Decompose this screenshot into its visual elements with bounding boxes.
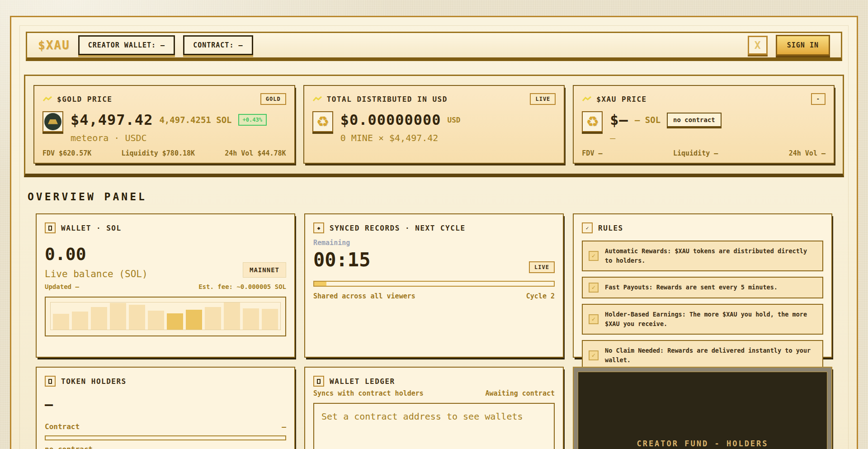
spark-bar: [243, 308, 259, 330]
creator-fund-title: CREATOR FUND - HOLDERS: [637, 439, 768, 448]
wallet-meta-row: Updated – Est. fee: ~0.000005 SOL: [45, 283, 286, 290]
contract-value: –: [282, 422, 286, 431]
ledger-icon: [313, 376, 324, 387]
recycle-icon: ♻: [586, 114, 599, 129]
app-logo: $XAU: [38, 38, 70, 52]
card-title: RULES: [598, 224, 623, 232]
cycle-timer: 00:15: [313, 249, 555, 271]
xau-price-card: $XAU PRICE - ♻ $– – SOL no contract – FD…: [573, 85, 835, 164]
holders-count: –: [45, 397, 286, 412]
xau-token-icon: ♻: [582, 111, 603, 132]
wallet-ledger-card: WALLET LEDGER Syncs with contract holder…: [304, 367, 564, 449]
rule-text: No Claim Needed: Rewards are delivered i…: [605, 346, 816, 365]
mainnet-badge: MAINNET: [243, 262, 286, 278]
price-strip: $GOLD PRICE GOLD $4,497.42 4,497.4251 SO…: [24, 75, 844, 177]
rule-checkbox-icon: ✓: [589, 251, 599, 261]
mine-calc-label: 0 MINE × $4,497.42: [340, 132, 461, 143]
spark-bar: [53, 314, 69, 330]
rule-text: Holder-Based Earnings: The more $XAU you…: [605, 310, 816, 329]
wallet-card: WALLET · SOL 0.00 Live balance (SOL) MAI…: [36, 213, 295, 358]
overview-grid: WALLET · SOL 0.00 Live balance (SOL) MAI…: [36, 213, 832, 449]
price-main: $4,497.42 4,497.4251 SOL +0.43%: [71, 111, 267, 128]
rules-card: ✓ RULES ✓Automatic Rewards: $XAU tokens …: [573, 213, 832, 358]
card-title: $GOLD PRICE: [57, 95, 112, 104]
x-icon: X: [755, 39, 761, 51]
card-header: WALLET LEDGER: [313, 376, 555, 387]
distributed-token-icon: ♻: [312, 111, 333, 132]
card-header: $GOLD PRICE GOLD: [42, 93, 286, 105]
sparkline-frame: [45, 297, 286, 336]
wallet-balance: 0.00: [45, 244, 286, 264]
gold-price-card: $GOLD PRICE GOLD $4,497.42 4,497.4251 SO…: [33, 85, 295, 164]
xau-price-sol: – SOL: [635, 115, 660, 125]
xau-price-value: $–: [610, 111, 628, 128]
rule-checkbox-icon: ✓: [589, 314, 599, 324]
gold-badge: GOLD: [260, 93, 286, 105]
pair-label: –: [610, 132, 721, 143]
fdv-stat: FDV –: [582, 149, 602, 157]
card-title: WALLET · SOL: [61, 224, 122, 232]
wallet-spark-bars: [50, 302, 281, 330]
card-header: TOKEN HOLDERS: [45, 376, 286, 387]
fee-label: Est. fee: ~0.000005 SOL: [198, 283, 286, 290]
updated-label: Updated –: [45, 283, 79, 290]
creator-fund-card: CREATOR FUND - HOLDERS: [573, 367, 832, 449]
remaining-label: Remaining: [313, 239, 555, 247]
distributed-unit: USD: [448, 116, 461, 124]
ledger-list-box: Set a contract address to see wallets: [313, 403, 555, 449]
coin-circle-icon: [44, 113, 61, 130]
shared-label: Shared across all viewers: [313, 292, 415, 300]
live-badge: LIVE: [529, 261, 555, 273]
card-header: ✓ RULES: [582, 222, 823, 233]
card-footer: FDV $620.57K Liquidity $780.18K 24h Vol …: [42, 149, 286, 157]
total-distributed-card: TOTAL DISTRIBUTED IN USD LIVE ♻ $0.00000…: [303, 85, 565, 164]
no-contract-value: –: [282, 445, 286, 449]
spark-bar: [224, 302, 240, 330]
synced-records-card: ◆ SYNCED RECORDS · NEXT CYCLE Remaining …: [304, 213, 564, 358]
diamond-icon: ◆: [313, 222, 324, 233]
creator-wallet-button[interactable]: CREATOR WALLET: –: [78, 35, 175, 55]
card-header: $XAU PRICE -: [582, 93, 826, 105]
rule-text: Automatic Rewards: $XAU tokens are distr…: [605, 246, 816, 265]
no-contract-chip: no contract: [667, 113, 722, 127]
contract-label: Contract: [45, 422, 80, 431]
awaiting-label: Awaiting contract: [485, 389, 555, 397]
gold-ingot-icon: [48, 119, 58, 124]
spark-bar: [205, 307, 221, 330]
price-row: ♻ $– – SOL no contract –: [582, 111, 826, 143]
card-title: TOKEN HOLDERS: [61, 377, 127, 386]
spark-bar: [129, 305, 145, 330]
ledger-empty-message: Set a contract address to see wallets: [321, 411, 547, 422]
pair-label: meteora · USDC: [71, 132, 267, 143]
spark-bar: [110, 303, 126, 330]
sign-in-button[interactable]: SIGN IN: [776, 35, 830, 56]
ledger-subheader: Syncs with contract holders Awaiting con…: [313, 389, 555, 397]
card-title: SYNCED RECORDS · NEXT CYCLE: [330, 224, 466, 232]
gold-price-sol: 4,497.4251 SOL: [159, 115, 231, 125]
recycle-icon: ♻: [316, 114, 329, 129]
cycle-progress-fill: [314, 282, 326, 286]
header-bar: $XAU CREATOR WALLET: – CONTRACT: – X SIG…: [26, 32, 842, 61]
rule-text: Fast Payouts: Rewards are sent every 5 m…: [605, 283, 778, 292]
x-social-button[interactable]: X: [748, 36, 768, 55]
token-holders-card: TOKEN HOLDERS – Contract – no contract –: [36, 367, 295, 449]
overview-heading: OVERVIEW PANEL: [28, 191, 841, 203]
rule-item: ✓Holder-Based Earnings: The more $XAU yo…: [582, 304, 823, 335]
spark-bar: [167, 313, 183, 330]
spark-bar: [148, 311, 164, 330]
card-title: WALLET LEDGER: [330, 377, 395, 386]
spark-bar: [186, 310, 202, 330]
cycle-label: Cycle 2: [526, 292, 555, 300]
liquidity-stat: Liquidity –: [673, 149, 718, 157]
rule-item: ✓Fast Payouts: Rewards are sent every 5 …: [582, 277, 823, 298]
rule-checkbox-icon: ✓: [589, 350, 599, 360]
price-row: ♻ $0.00000000 USD 0 MINE × $4,497.42: [312, 111, 556, 143]
rules-list: ✓Automatic Rewards: $XAU tokens are dist…: [582, 241, 823, 371]
gold-token-icon: [42, 111, 63, 132]
card-title: $XAU PRICE: [596, 95, 646, 104]
holders-icon: [45, 376, 56, 387]
sync-footer: Shared across all viewers Cycle 2: [313, 292, 555, 300]
price-text-column: $– – SOL no contract –: [610, 111, 721, 143]
contract-button[interactable]: CONTRACT: –: [183, 35, 253, 55]
wallet-icon: [45, 222, 56, 233]
